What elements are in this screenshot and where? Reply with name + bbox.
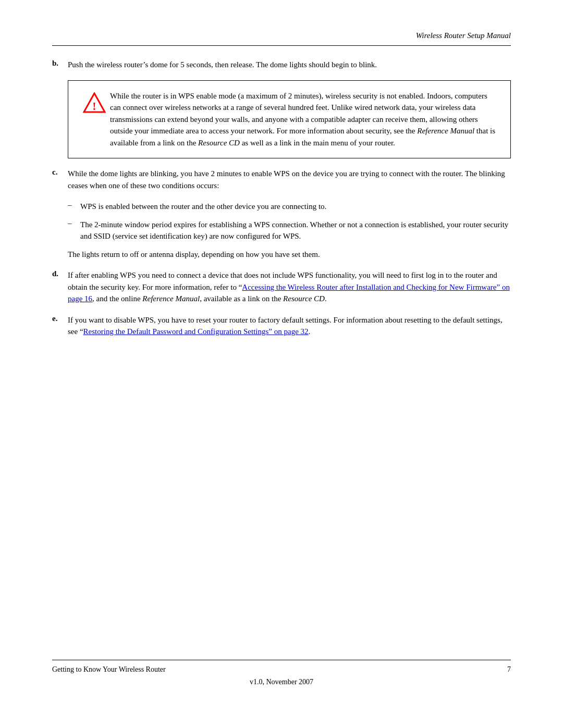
item-d-text-3: , available as a link on the <box>200 294 283 303</box>
item-b-label: b. <box>52 59 68 68</box>
item-c-text: While the dome lights are blinking, you … <box>68 168 511 191</box>
item-d-italic-1: Reference Manual <box>142 294 200 303</box>
sub-text-1: WPS is enabled between the router and th… <box>80 201 511 213</box>
footer-version: v1.0, November 2007 <box>52 678 511 686</box>
list-item-d: d. If after enabling WPS you need to con… <box>52 269 511 305</box>
warning-icon-container: ! <box>79 90 110 113</box>
warning-italic-2: Resource CD <box>198 139 240 147</box>
item-d-text: If after enabling WPS you need to connec… <box>68 269 511 305</box>
list-item-b: b. Push the wireless router’s dome for 5… <box>52 59 511 71</box>
sub-text-2: The 2-minute window period expires for e… <box>80 219 511 242</box>
warning-italic-1: Reference Manual <box>417 127 474 135</box>
footer-left-text: Getting to Know Your Wireless Router <box>52 665 166 674</box>
item-e-link[interactable]: Restoring the Default Password and Confi… <box>83 327 309 336</box>
page-header: Wireless Router Setup Manual <box>52 31 511 40</box>
item-d-text-4: . <box>325 294 327 303</box>
sub-item-2: – The 2-minute window period expires for… <box>68 219 511 242</box>
warning-text: While the router is in WPS enable mode (… <box>110 90 500 149</box>
item-e-text: If you want to disable WPS, you have to … <box>68 314 511 338</box>
sub-item-1: – WPS is enabled between the router and … <box>68 201 511 213</box>
page-container: Wireless Router Setup Manual b. Push the… <box>0 0 563 728</box>
header-title: Wireless Router Setup Manual <box>416 31 511 40</box>
warning-box: ! While the router is in WPS enable mode… <box>68 80 511 159</box>
item-e-text-2: . <box>309 327 311 336</box>
header-rule <box>52 45 511 46</box>
svg-text:!: ! <box>92 100 96 113</box>
item-d-italic-2: Resource CD <box>283 294 325 303</box>
lights-return-text: The lights return to off or antenna disp… <box>68 249 511 261</box>
item-e-link-text: Restoring the Default Password and Confi… <box>83 327 309 336</box>
page-number: 7 <box>507 665 511 674</box>
warning-text-3: as well as a link in the main menu of yo… <box>240 139 395 147</box>
sub-dash-2: – <box>68 219 80 228</box>
warning-triangle-icon: ! <box>83 92 106 113</box>
page-footer: Getting to Know Your Wireless Router 7 v… <box>52 649 511 686</box>
item-d-text-2: , and the online <box>92 294 142 303</box>
list-item-e: e. If you want to disable WPS, you have … <box>52 314 511 338</box>
main-content: b. Push the wireless router’s dome for 5… <box>52 59 511 649</box>
item-e-label: e. <box>52 314 68 323</box>
item-c-label: c. <box>52 168 68 177</box>
item-b-text: Push the wireless router’s dome for 5 se… <box>68 59 511 71</box>
sub-dash-1: – <box>68 201 80 209</box>
footer-rule <box>52 660 511 660</box>
sub-list: – WPS is enabled between the router and … <box>68 201 511 242</box>
item-d-label: d. <box>52 269 68 278</box>
footer-content: Getting to Know Your Wireless Router 7 <box>52 665 511 674</box>
list-item-c: c. While the dome lights are blinking, y… <box>52 168 511 191</box>
